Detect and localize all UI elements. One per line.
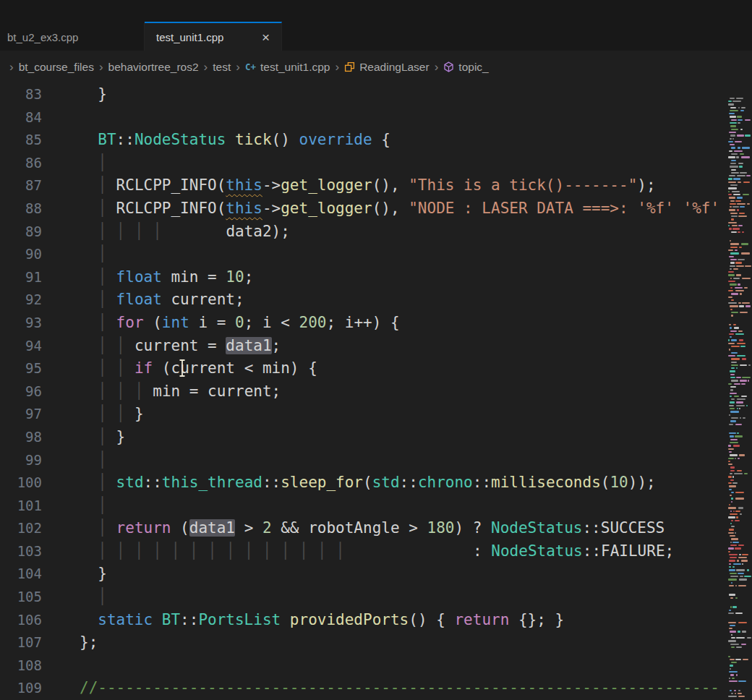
indent-guide: │ (98, 268, 107, 286)
code-line-text[interactable]: │ } (42, 426, 125, 449)
minimap-mark (738, 696, 745, 697)
code-line-text[interactable] (42, 106, 80, 129)
code-line-text[interactable]: │ │ │ │ data2); (42, 221, 290, 244)
code-line-text[interactable]: BT::NodeStatus tick() override { (42, 129, 390, 152)
code-line-text[interactable]: │ (42, 152, 107, 175)
code-line-text[interactable]: │ │ │ │ │ │ │ │ │ │ │ │ │ │ : NodeStatus… (42, 540, 674, 563)
line-number[interactable]: 107 (0, 631, 42, 654)
minimap-mark (742, 302, 750, 304)
code-line-text[interactable]: //--------------------------------------… (42, 677, 719, 700)
minimap-mark (736, 674, 738, 675)
minimap-mark (735, 458, 736, 459)
minimap-mark (730, 408, 735, 409)
line-number[interactable]: 92 (0, 289, 42, 312)
line-number[interactable]: 100 (0, 471, 42, 495)
line-number[interactable]: 85 (0, 129, 42, 152)
chevron-right-icon: › (9, 60, 14, 74)
code-line-text[interactable] (42, 654, 80, 678)
indent-guide: │ (116, 383, 126, 400)
line-number[interactable]: 87 (0, 174, 42, 197)
breadcrumb-item-ReadingLaser[interactable]: ReadingLaser (344, 61, 430, 74)
code-line-text[interactable]: │ (42, 243, 107, 266)
code-line-text[interactable]: │ │ } (42, 403, 144, 426)
code-line-text[interactable]: │ │ │ min = current; (42, 380, 281, 404)
line-number[interactable]: 90 (0, 243, 42, 266)
minimap-mark (728, 249, 733, 251)
line-number[interactable]: 84 (0, 106, 42, 129)
code-line-text[interactable]: }; (42, 631, 98, 654)
code-line-text[interactable]: │ (42, 495, 107, 518)
indent-guide: │ (153, 542, 162, 560)
minimap-mark (731, 498, 733, 499)
minimap-mark (736, 377, 741, 378)
breadcrumb-item-topic_[interactable]: topic_ (443, 61, 488, 74)
minimap-mark (742, 147, 750, 148)
line-number[interactable]: 88 (0, 197, 42, 221)
code-line-text[interactable]: │ (42, 586, 107, 609)
line-number[interactable]: 104 (0, 563, 42, 586)
code-area[interactable]: 83 }8485 BT::NodeStatus tick() override … (0, 83, 752, 700)
line-number[interactable]: 101 (0, 495, 42, 518)
line-number[interactable]: 83 (0, 83, 42, 106)
minimap-mark (748, 364, 751, 366)
minimap-mark (734, 150, 743, 152)
code-line-text[interactable]: │ │ current = data1; (42, 335, 281, 358)
minimap-mark (728, 271, 734, 273)
tab-test_unit1-cpp[interactable]: test_unit1.cpp× (145, 22, 282, 51)
code-line: 96 │ │ │ min = current; (0, 380, 752, 404)
minimap-mark (738, 119, 743, 121)
code-line-text[interactable]: static BT::PortsList providedPorts() { r… (42, 609, 564, 632)
line-number[interactable]: 108 (0, 654, 42, 678)
line-number[interactable]: 99 (0, 449, 42, 472)
minimap-mark (730, 389, 733, 390)
breadcrumb-item-bt_course_files[interactable]: bt_course_files (19, 61, 94, 74)
code-line-text[interactable]: │ │ if (current < min) { (42, 357, 317, 380)
line-number[interactable]: 91 (0, 266, 42, 289)
line-number[interactable]: 102 (0, 517, 42, 540)
code-line-text[interactable]: } (42, 83, 107, 106)
line-number[interactable]: 109 (0, 677, 42, 700)
line-number[interactable]: 97 (0, 403, 42, 426)
line-number[interactable]: 98 (0, 426, 42, 449)
line-number[interactable]: 94 (0, 335, 42, 358)
minimap-mark (729, 414, 730, 416)
minimap-mark (729, 150, 732, 152)
line-number[interactable]: 95 (0, 357, 42, 380)
minimap-mark (730, 442, 738, 443)
close-icon[interactable]: × (259, 30, 273, 44)
code-line-text[interactable]: │ float current; (42, 289, 244, 312)
line-number[interactable]: 105 (0, 586, 42, 609)
breadcrumb-item-behaviortree_ros2[interactable]: behaviortree_ros2 (108, 61, 199, 74)
line-number[interactable]: 106 (0, 609, 42, 632)
tab-bt_u2_ex3-cpp[interactable]: bt_u2_ex3.cpp (0, 22, 145, 51)
code-line-text[interactable]: │ float min = 10; (42, 266, 253, 289)
indent-guide: │ (98, 451, 107, 469)
code-line-text[interactable]: │ (42, 449, 107, 472)
line-number[interactable]: 96 (0, 380, 42, 404)
code-line-text[interactable]: │ RCLCPP_INFO(this->get_logger(), "This … (42, 174, 656, 197)
minimap-mark (731, 293, 738, 294)
minimap-mark (729, 566, 731, 568)
minimap-mark (735, 532, 736, 534)
minimap-mark (741, 644, 746, 645)
breadcrumb-item-test_unit1cpp[interactable]: C+test_unit1.cpp (245, 61, 330, 74)
indent-guide: │ (98, 519, 107, 537)
minimap-mark (737, 135, 744, 136)
code-line-text[interactable]: │ RCLCPP_INFO(this->get_logger(), "NODE … (42, 197, 719, 221)
breadcrumb-item-test[interactable]: test (213, 61, 231, 74)
code-line-text[interactable]: │ std::this_thread::sleep_for(std::chron… (42, 471, 656, 495)
minimap-mark (730, 336, 732, 338)
code-line-text[interactable]: } (42, 563, 107, 586)
line-number[interactable]: 86 (0, 152, 42, 175)
line-number[interactable]: 89 (0, 221, 42, 244)
indent-guide: │ (244, 542, 254, 560)
line-number[interactable]: 103 (0, 540, 42, 563)
minimap-mark (730, 268, 732, 270)
minimap[interactable] (727, 83, 752, 700)
code-line-text[interactable]: │ return (data1 > 2 && robotAngle > 180)… (42, 517, 665, 540)
code-line-text[interactable]: │ for (int i = 0; i < 200; i++) { (42, 312, 400, 335)
minimap-mark (743, 194, 749, 195)
minimap-mark (729, 256, 734, 257)
line-number[interactable]: 93 (0, 312, 42, 335)
indent-guide: │ (98, 383, 107, 400)
